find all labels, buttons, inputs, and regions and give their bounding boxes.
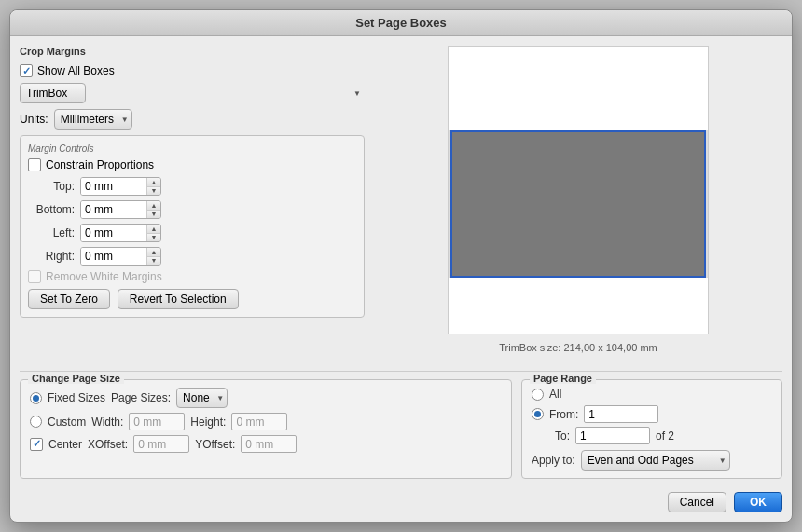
yoffset-label: YOffset: (195, 438, 235, 451)
bottom-label: Bottom: (28, 203, 75, 216)
width-label: Width: (91, 416, 123, 429)
constrain-checkbox[interactable] (28, 158, 41, 171)
left-label: Left: (28, 226, 75, 239)
trimbox-size-label: TrimBox size: 214,00 x 104,00 mm (499, 342, 657, 353)
remove-white-row: Remove White Margins (28, 270, 356, 283)
bottom-margin-row: Bottom: 0 mm ▲ ▼ (28, 200, 356, 219)
center-label: Center (48, 438, 82, 451)
top-margin-row: Top: 0 mm ▲ ▼ (28, 177, 356, 196)
top-input[interactable]: 0 mm (81, 178, 146, 195)
set-page-boxes-dialog: Set Page Boxes Crop Margins Show All Box… (9, 9, 793, 523)
right-decrement-btn[interactable]: ▼ (147, 257, 160, 266)
bottom-spinner-buttons: ▲ ▼ (146, 201, 160, 218)
units-label: Units: (20, 113, 48, 126)
dialog-title: Set Page Boxes (10, 10, 792, 36)
dialog-body: Crop Margins Show All Boxes TrimBox Unit… (10, 36, 792, 522)
from-label: From: (549, 408, 578, 421)
page-preview (448, 46, 709, 334)
dialog-buttons-row: Cancel OK (20, 486, 782, 512)
all-radio[interactable] (532, 389, 544, 401)
apply-to-label: Apply to: (532, 454, 575, 467)
top-increment-btn[interactable]: ▲ (147, 178, 160, 187)
of-label: of 2 (656, 430, 674, 443)
margin-controls-group: Margin Controls Constrain Proportions To… (20, 135, 365, 318)
left-decrement-btn[interactable]: ▼ (147, 234, 160, 242)
page-sizes-select[interactable]: None (176, 388, 228, 408)
change-page-size-group: Change Page Size Fixed Sizes Page Sizes:… (20, 379, 512, 479)
right-spinner-buttons: ▲ ▼ (146, 248, 160, 265)
ok-button[interactable]: OK (734, 492, 782, 512)
show-all-boxes-label: Show All Boxes (37, 64, 115, 77)
height-input[interactable]: 0 mm (231, 413, 287, 430)
preview-content-area (450, 130, 706, 278)
to-label: To: (555, 430, 570, 443)
right-increment-btn[interactable]: ▲ (147, 248, 160, 257)
right-label: Right: (28, 250, 75, 263)
revert-to-selection-button[interactable]: Revert To Selection (118, 289, 239, 309)
xoffset-label: XOffset: (88, 438, 128, 451)
remove-white-label: Remove White Margins (46, 270, 162, 283)
set-to-zero-button[interactable]: Set To Zero (28, 289, 110, 309)
show-all-boxes-checkbox[interactable] (20, 64, 33, 77)
custom-radio[interactable] (30, 416, 42, 428)
from-radio[interactable] (532, 408, 544, 420)
show-all-boxes-row: Show All Boxes (20, 64, 365, 77)
left-margin-row: Left: 0 mm ▲ ▼ (28, 224, 356, 242)
page-range-title: Page Range (530, 373, 596, 384)
top-label: Top: (28, 180, 75, 193)
constrain-label: Constrain Proportions (46, 158, 154, 171)
margin-controls-label: Margin Controls (28, 143, 356, 154)
page-range-group: Page Range All From: 1 To: 1 of (521, 379, 782, 479)
top-spinner-buttons: ▲ ▼ (146, 178, 160, 195)
cancel-button[interactable]: Cancel (668, 492, 726, 512)
bottom-spinner[interactable]: 0 mm ▲ ▼ (80, 200, 161, 219)
constrain-row: Constrain Proportions (28, 158, 356, 171)
left-increment-btn[interactable]: ▲ (147, 225, 160, 234)
remove-white-checkbox[interactable] (28, 270, 41, 283)
from-input[interactable]: 1 (584, 405, 658, 423)
center-checkbox[interactable] (30, 438, 43, 451)
page-sizes-wrapper[interactable]: None (176, 388, 228, 408)
top-spinner[interactable]: 0 mm ▲ ▼ (80, 177, 161, 196)
bottom-increment-btn[interactable]: ▲ (147, 201, 160, 211)
right-input[interactable]: 0 mm (81, 248, 146, 265)
all-row: All (532, 388, 772, 401)
units-wrapper[interactable]: Millimeters (54, 109, 132, 130)
yoffset-input[interactable]: 0 mm (241, 435, 297, 453)
left-spinner[interactable]: 0 mm ▲ ▼ (80, 224, 161, 242)
box-type-wrapper[interactable]: TrimBox (20, 83, 365, 103)
custom-label: Custom (48, 416, 86, 429)
margin-buttons-row: Set To Zero Revert To Selection (28, 289, 356, 309)
preview-white-bottom (449, 278, 708, 334)
left-panel: Crop Margins Show All Boxes TrimBox Unit… (20, 46, 365, 363)
top-section: Crop Margins Show All Boxes TrimBox Unit… (20, 46, 782, 363)
width-input[interactable]: 0 mm (129, 413, 185, 430)
apply-to-wrapper[interactable]: Even and Odd Pages (581, 450, 730, 471)
bottom-input[interactable]: 0 mm (81, 201, 146, 218)
to-input[interactable]: 1 (575, 427, 650, 444)
from-row: From: 1 (532, 405, 772, 423)
apply-to-select[interactable]: Even and Odd Pages (581, 450, 730, 471)
to-row: To: 1 of 2 (532, 427, 772, 444)
right-panel: TrimBox size: 214,00 x 104,00 mm (374, 46, 782, 363)
bottom-decrement-btn[interactable]: ▼ (147, 211, 160, 219)
left-input[interactable]: 0 mm (81, 225, 146, 241)
preview-white-top (449, 47, 708, 130)
custom-row: Custom Width: 0 mm Height: 0 mm (30, 413, 502, 430)
top-decrement-btn[interactable]: ▼ (147, 187, 160, 196)
box-type-select[interactable]: TrimBox (20, 83, 86, 103)
center-row: Center XOffset: 0 mm YOffset: 0 mm (30, 435, 502, 453)
crop-margins-label: Crop Margins (20, 46, 365, 57)
apply-row: Apply to: Even and Odd Pages (532, 450, 772, 471)
units-row: Units: Millimeters (20, 109, 365, 130)
left-spinner-buttons: ▲ ▼ (146, 225, 160, 241)
units-select[interactable]: Millimeters (54, 109, 132, 130)
xoffset-input[interactable]: 0 mm (133, 435, 189, 453)
right-margin-row: Right: 0 mm ▲ ▼ (28, 247, 356, 266)
fixed-sizes-radio[interactable] (30, 392, 42, 404)
page-sizes-label: Page Sizes: (111, 391, 171, 404)
height-label: Height: (190, 416, 226, 429)
right-spinner[interactable]: 0 mm ▲ ▼ (80, 247, 161, 266)
all-label: All (549, 388, 561, 401)
fixed-sizes-label: Fixed Sizes (48, 391, 105, 404)
